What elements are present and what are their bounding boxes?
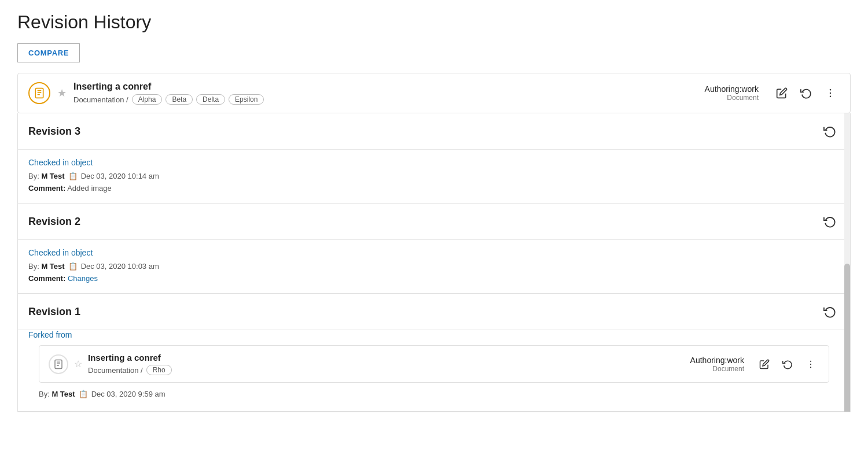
revision-3-comment: Comment: Added image	[28, 184, 840, 193]
revision-3-section: Revision 3 Checked in object By: M Test …	[18, 113, 850, 204]
revision-history-page: Revision History COMPARE ★ Inserting a c…	[0, 0, 868, 466]
tag-alpha: Alpha	[132, 94, 163, 105]
authoring-label: Authoring:work	[705, 84, 759, 94]
revision-2-checkin: Checked in object	[28, 248, 840, 257]
revision-3-meta: By: M Test 📋 Dec 03, 2020 10:14 am	[28, 172, 840, 180]
by-label-1: By: M Test	[39, 390, 75, 398]
doc-info: Inserting a conref Documentation / Alpha…	[73, 82, 683, 105]
revision-2-header: Revision 2	[18, 204, 850, 239]
doc-type-label: Document	[727, 94, 759, 102]
by-label-3: By: M Test	[28, 172, 65, 180]
scrollbar-thumb[interactable]	[844, 264, 850, 412]
doc-title: Inserting a conref	[73, 82, 683, 92]
svg-point-4	[830, 89, 832, 91]
forked-doc-actions	[756, 356, 819, 373]
comment-link-2[interactable]: Changes	[68, 274, 98, 283]
doc-breadcrumb: Documentation / Alpha Beta Delta Epsilon	[73, 94, 683, 105]
forked-doc-info: Inserting a conref Documentation / Rho	[88, 353, 669, 375]
svg-point-6	[830, 96, 832, 98]
revision-3-checkin: Checked in object	[28, 158, 840, 167]
revision-2-section: Revision 2 Checked in object By: M Test …	[18, 204, 850, 294]
more-button[interactable]	[821, 84, 840, 102]
tag-delta: Delta	[196, 94, 225, 105]
revision-2-detail: Checked in object By: M Test 📋 Dec 03, 2…	[18, 239, 850, 293]
tag-epsilon: Epsilon	[229, 94, 264, 105]
revisions-area: Revision 3 Checked in object By: M Test …	[17, 113, 851, 412]
date-1: Dec 03, 2020 9:59 am	[91, 390, 165, 398]
doc-actions	[773, 84, 840, 102]
forked-authoring-label: Authoring:work	[690, 356, 744, 365]
forked-doc-card: ☆ Inserting a conref Documentation / Rho…	[39, 345, 829, 383]
revision-3-title: Revision 3	[28, 125, 80, 138]
date-2: Dec 03, 2020 10:03 am	[81, 262, 159, 271]
edit-button[interactable]	[773, 84, 791, 102]
forked-from-label: Forked from	[28, 330, 840, 345]
doc-meta: Authoring:work Document	[683, 84, 759, 102]
forked-tag-rho: Rho	[146, 365, 172, 375]
forked-doc-type: Document	[712, 365, 744, 373]
revision-2-comment: Comment: Changes	[28, 274, 840, 283]
by-label-2: By: M Test	[28, 262, 65, 271]
revision-3-detail: Checked in object By: M Test 📋 Dec 03, 2…	[18, 149, 850, 203]
forked-doc-breadcrumb: Documentation / Rho	[88, 365, 669, 375]
page-title: Revision History	[17, 12, 851, 33]
clipboard-icon-1: 📋	[79, 390, 88, 398]
forked-edit-button[interactable]	[756, 356, 773, 373]
star-icon[interactable]: ★	[57, 87, 67, 99]
forked-more-button[interactable]	[802, 356, 819, 373]
revision-1-header: Revision 1	[18, 294, 850, 330]
revision-3-header: Revision 3	[18, 113, 850, 149]
svg-point-11	[810, 360, 811, 361]
restore-revision-2-button[interactable]	[820, 212, 840, 231]
tag-beta: Beta	[165, 94, 193, 105]
forked-breadcrumb-text: Documentation /	[88, 366, 143, 375]
restore-revision-3-button[interactable]	[820, 121, 840, 141]
restore-revision-1-button[interactable]	[820, 302, 840, 321]
forked-doc-meta: Authoring:work Document	[669, 356, 744, 373]
forked-star-icon[interactable]: ☆	[74, 358, 82, 369]
revision-1-section: Revision 1 Forked from	[18, 294, 850, 412]
clipboard-icon-3: 📋	[68, 172, 78, 180]
revision-2-meta: By: M Test 📋 Dec 03, 2020 10:03 am	[28, 262, 840, 271]
forked-doc-title: Inserting a conref	[88, 353, 669, 363]
revision-1-detail: Forked from ☆ Inserting a conref	[18, 330, 850, 411]
revision-2-title: Revision 2	[28, 216, 80, 228]
forked-history-button[interactable]	[779, 356, 796, 373]
svg-point-13	[810, 367, 811, 368]
scrollbar-track[interactable]	[844, 113, 850, 412]
revision-1-by: By: M Test 📋 Dec 03, 2020 9:59 am	[28, 383, 840, 401]
doc-icon	[28, 82, 50, 104]
revision-1-title: Revision 1	[28, 306, 80, 318]
svg-point-5	[830, 93, 832, 94]
breadcrumb-text: Documentation /	[73, 95, 128, 104]
forked-doc-icon	[49, 354, 68, 374]
compare-button[interactable]: COMPARE	[17, 43, 80, 62]
history-button[interactable]	[797, 84, 815, 102]
document-header: ★ Inserting a conref Documentation / Alp…	[17, 73, 851, 113]
clipboard-icon-2: 📋	[68, 262, 78, 271]
date-3: Dec 03, 2020 10:14 am	[81, 172, 159, 180]
svg-point-12	[810, 363, 811, 364]
